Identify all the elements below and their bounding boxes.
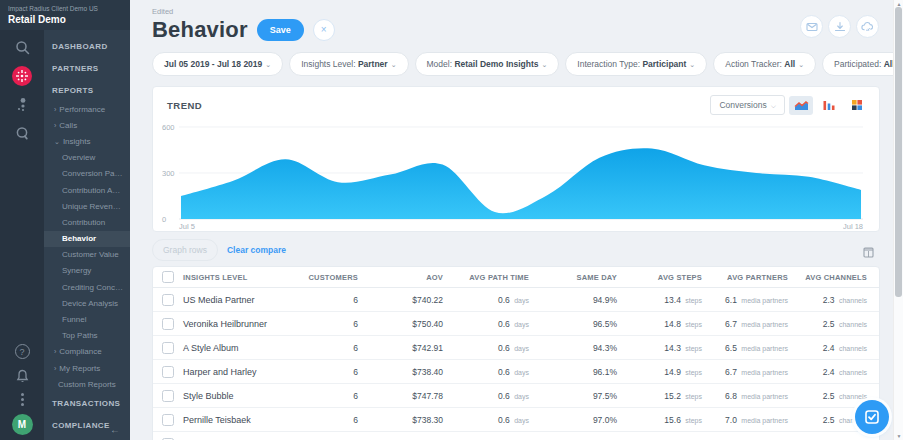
- column-header-same-day[interactable]: SAME DAY: [541, 273, 629, 282]
- filter-label: Interaction Type:: [577, 59, 642, 69]
- sidebar-item-contribution-analysis-leg[interactable]: Contribution Analysis Leg...: [44, 182, 130, 198]
- column-header-customers[interactable]: CUSTOMERS: [288, 273, 370, 282]
- bar-chart-icon[interactable]: [817, 96, 841, 115]
- y-tick-label: 300: [162, 169, 175, 178]
- sidebar-item-label: DASHBOARD: [52, 42, 108, 51]
- clear-compare-link[interactable]: Clear compare: [227, 245, 286, 255]
- tasks-fab[interactable]: [855, 400, 889, 434]
- cell-customers: 6: [288, 295, 370, 305]
- sidebar-item-contribution[interactable]: Contribution: [44, 214, 130, 230]
- filter-participated[interactable]: Participated: All⌄: [822, 52, 903, 76]
- row-checkbox[interactable]: [162, 342, 174, 354]
- filter-jul-05-2019-jul-18-2019[interactable]: Jul 05 2019 - Jul 18 2019⌄: [152, 52, 283, 76]
- collapse-sidebar-arrow[interactable]: ←: [110, 424, 120, 435]
- account-name: Retail Demo: [8, 14, 124, 25]
- user-avatar[interactable]: M: [12, 414, 33, 435]
- sidebar-item-funnel[interactable]: Funnel: [44, 311, 130, 327]
- sidebar-item-synergy[interactable]: Synergy: [44, 263, 130, 279]
- account-header[interactable]: Impact Radius Client Demo US Retail Demo: [0, 0, 130, 30]
- email-icon[interactable]: [800, 15, 823, 38]
- insights-table: INSIGHTS LEVELCUSTOMERSAOVAVG PATH TIMES…: [152, 266, 880, 440]
- chevron-down-icon: ⌵: [771, 102, 776, 109]
- sidebar-item-behavior[interactable]: Behavior: [44, 231, 130, 247]
- column-header-avg-path-time[interactable]: AVG PATH TIME: [455, 273, 541, 282]
- cell-insights-level: Pernille Teisbaek: [183, 415, 288, 425]
- column-header-avg-steps[interactable]: AVG STEPS: [629, 273, 714, 282]
- row-checkbox[interactable]: [162, 414, 174, 426]
- cell-aov: $747.78: [370, 391, 455, 401]
- table-row[interactable]: Harper and Harley6$738.400.6 days96.1%14…: [153, 360, 879, 384]
- table-row[interactable]: Style Bubble6$747.780.6 days97.5%15.2 st…: [153, 384, 879, 408]
- column-header-avg-channels[interactable]: AVG CHANNELS: [800, 273, 879, 282]
- query-icon[interactable]: [13, 124, 31, 142]
- filter-interaction-type[interactable]: Interaction Type: Participant⌄: [565, 52, 707, 76]
- sidebar-item-calls[interactable]: ›Calls: [44, 117, 130, 133]
- sidebar-item-reports[interactable]: REPORTS: [44, 79, 130, 101]
- row-checkbox[interactable]: [162, 390, 174, 402]
- sidebar-item-crediting-concerns[interactable]: Crediting Concerns: [44, 279, 130, 295]
- table-row[interactable]: A Style Album6$742.910.6 days94.3%14.3 s…: [153, 336, 879, 360]
- filter-label: Model:: [427, 59, 455, 69]
- sidebar-item-device-analysis[interactable]: Device Analysis: [44, 295, 130, 311]
- sidebar-item-insights[interactable]: ⌄Insights: [44, 133, 130, 149]
- trend-chart[interactable]: [179, 119, 863, 222]
- filter-insights-level[interactable]: Insights Level: Partner⌄: [289, 52, 408, 76]
- column-header-aov[interactable]: AOV: [370, 273, 455, 282]
- unit-label: media partners: [741, 297, 788, 304]
- cell-avg-path-time: 0.6 days: [455, 319, 541, 329]
- cloud-sync-icon[interactable]: [856, 15, 879, 38]
- graph-rows-button[interactable]: Graph rows: [152, 239, 218, 261]
- scrollbar-thumb[interactable]: [895, 7, 902, 297]
- download-icon[interactable]: [828, 15, 851, 38]
- sidebar-item-partners[interactable]: PARTNERS: [44, 57, 130, 79]
- sidebar-item-unique-revenue-analysis[interactable]: Unique Revenue Analysis ...: [44, 198, 130, 214]
- filter-action-tracker[interactable]: Action Tracker: All⌄: [713, 52, 816, 76]
- discard-changes-button[interactable]: ×: [313, 19, 335, 41]
- sidebar-item-label: My Reports: [59, 364, 100, 373]
- table-row[interactable]: US Media Partner6$740.220.6 days94.9%13.…: [153, 288, 879, 312]
- help-icon[interactable]: ?: [15, 344, 30, 359]
- table-row[interactable]: Pernille Teisbaek6$738.300.6 days97.0%15…: [153, 408, 879, 432]
- impact-logo[interactable]: [12, 66, 32, 86]
- table-row[interactable]: Veronika Heilbrunner6$750.400.6 days96.5…: [153, 312, 879, 336]
- select-all-checkbox[interactable]: [162, 271, 174, 283]
- column-header-insights-level[interactable]: INSIGHTS LEVEL: [183, 273, 288, 282]
- unit-label: media partners: [741, 321, 788, 328]
- table-row[interactable]: One Mile At A Time6$744.260.6 days96.2%1…: [153, 432, 879, 440]
- sidebar-item-custom-reports[interactable]: Custom Reports: [44, 376, 130, 392]
- metric-dropdown[interactable]: Conversions⌵: [710, 95, 785, 115]
- column-settings-icon[interactable]: [863, 244, 874, 262]
- notifications-bell-icon[interactable]: [13, 367, 31, 385]
- unit-label: days: [514, 417, 529, 424]
- contacts-icon[interactable]: [13, 96, 31, 114]
- sidebar-item-customer-value[interactable]: Customer Value: [44, 247, 130, 263]
- save-button[interactable]: Save: [257, 19, 304, 41]
- chevron-down-icon: ⌄: [541, 61, 547, 68]
- overflow-menu-icon[interactable]: [21, 393, 24, 406]
- unit-label: media partners: [741, 345, 788, 352]
- row-checkbox[interactable]: [162, 294, 174, 306]
- sidebar-item-overview[interactable]: Overview: [44, 150, 130, 166]
- cell-aov: $738.40: [370, 367, 455, 377]
- sidebar-item-transactions[interactable]: TRANSACTIONS: [44, 392, 130, 414]
- cell-avg-steps: 15.2 steps: [629, 391, 714, 401]
- filter-label: Insights Level:: [301, 59, 358, 69]
- unit-label: days: [514, 345, 529, 352]
- sidebar-item-compliance[interactable]: ›Compliance: [44, 344, 130, 360]
- sidebar-item-dashboard[interactable]: DASHBOARD: [44, 35, 130, 57]
- area-chart-icon[interactable]: [789, 96, 813, 115]
- filter-model[interactable]: Model: Retail Demo Insights⌄: [415, 52, 560, 76]
- cell-aov: $740.22: [370, 295, 455, 305]
- search-icon[interactable]: [13, 38, 31, 56]
- scroll-down-arrow[interactable]: ▼: [894, 433, 903, 439]
- stacked-chart-icon[interactable]: [845, 96, 869, 115]
- sidebar-item-my-reports[interactable]: ›My Reports: [44, 360, 130, 376]
- column-header-avg-partners[interactable]: AVG PARTNERS: [714, 273, 800, 282]
- sidebar-item-top-paths[interactable]: Top Paths: [44, 328, 130, 344]
- sidebar-item-conversion-path-analysis[interactable]: Conversion Path Analysis...: [44, 166, 130, 182]
- vertical-scrollbar[interactable]: ▲ ▼: [893, 0, 903, 440]
- row-checkbox[interactable]: [162, 366, 174, 378]
- sidebar-item-performance[interactable]: ›Performance: [44, 101, 130, 117]
- row-checkbox[interactable]: [162, 318, 174, 330]
- sidebar-item-content[interactable]: CONTENT: [44, 436, 130, 440]
